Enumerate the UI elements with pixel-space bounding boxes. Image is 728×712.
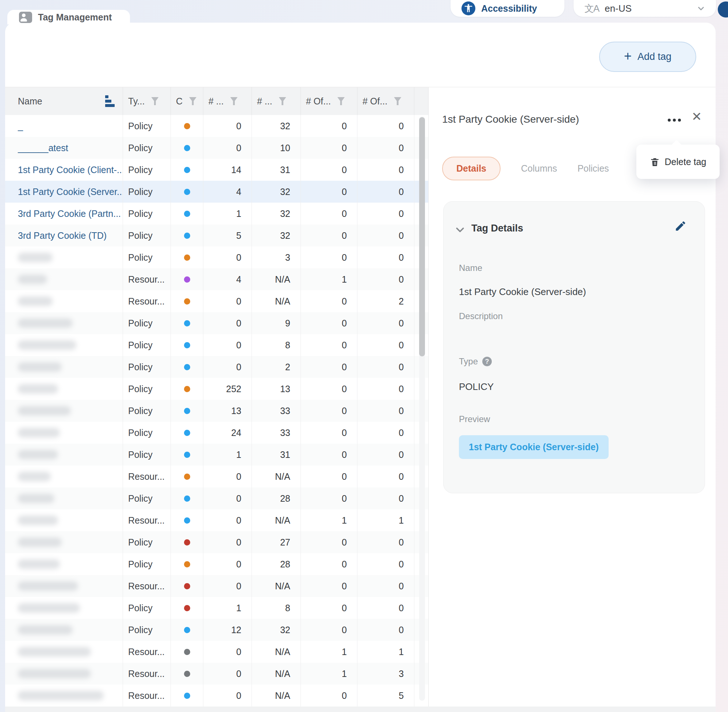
filter-icon[interactable] — [337, 97, 345, 105]
table-row[interactable]: Policy02800 — [5, 553, 428, 575]
table-row[interactable]: Policy0200 — [5, 356, 428, 378]
tag-name-link[interactable]: _ — [18, 121, 23, 132]
column-header-5[interactable]: # Of... — [301, 87, 357, 115]
panel-tab-policies[interactable]: Policies — [578, 163, 609, 174]
help-icon[interactable]: ? — [482, 357, 492, 366]
value-cell: 32 — [252, 224, 301, 246]
tag-name-link[interactable]: 1st Party Cookie (Client-... — [18, 165, 123, 175]
table-row[interactable]: Policy243300 — [5, 422, 428, 444]
table-row[interactable]: ______atestPolicy01000 — [5, 137, 428, 159]
value-cell: 0 — [357, 444, 414, 466]
value-cell: 0 — [357, 400, 414, 422]
type-cell: Policy — [123, 159, 171, 181]
table-row[interactable]: Resour...0N/A00 — [5, 466, 428, 488]
tag-name-link[interactable]: 3rd Party Cookie (Partn... — [18, 209, 121, 219]
table-row[interactable]: Resour...0N/A11 — [5, 509, 428, 531]
table-row[interactable]: Policy2521300 — [5, 378, 428, 400]
type-cell: Resour... — [123, 575, 171, 597]
color-cell — [171, 641, 203, 663]
panel-tab-columns[interactable]: Columns — [521, 163, 557, 174]
add-tag-button[interactable]: + Add tag — [599, 42, 696, 72]
filter-icon[interactable] — [394, 97, 401, 105]
edit-pencil-icon[interactable] — [674, 220, 687, 232]
type-cell: Policy — [123, 400, 171, 422]
table-row[interactable]: Policy0900 — [5, 312, 428, 334]
accessibility-button[interactable]: Accessibility — [451, 0, 565, 17]
column-header-0[interactable]: Name — [5, 87, 123, 115]
locale-value: en-US — [605, 3, 632, 14]
tag-name-link[interactable]: 1st Party Cookie (Server... — [18, 187, 123, 197]
color-dot-blue — [184, 364, 190, 370]
color-cell — [171, 356, 203, 378]
table-row[interactable]: Resour...0N/A05 — [5, 685, 428, 706]
collapse-chevron-icon[interactable] — [455, 224, 466, 235]
table-row[interactable]: 1st Party Cookie (Client-...Policy143100 — [5, 159, 428, 181]
type-cell: Policy — [123, 356, 171, 378]
type-value: POLICY — [459, 381, 494, 393]
locale-dropdown[interactable]: 文A en-US — [574, 0, 716, 17]
horizontal-scrollbar[interactable] — [5, 706, 716, 712]
table-row[interactable]: Resour...0N/A00 — [5, 575, 428, 597]
scrollbar-thumb[interactable] — [419, 117, 425, 356]
column-header-1[interactable]: Ty... — [123, 87, 171, 115]
table-row[interactable]: Policy02800 — [5, 488, 428, 509]
value-cell: 0 — [203, 575, 252, 597]
sort-icon[interactable] — [105, 95, 115, 107]
column-header-2[interactable]: C — [171, 87, 203, 115]
color-dot-blue — [184, 342, 190, 348]
color-cell — [171, 488, 203, 509]
close-icon[interactable]: ✕ — [691, 109, 702, 124]
accessibility-label: Accessibility — [481, 3, 537, 14]
value-cell: 31 — [252, 444, 301, 466]
tag-name-link[interactable]: 3rd Party Cookie (TD) — [18, 230, 107, 241]
value-cell: 0 — [357, 268, 414, 290]
table-row[interactable]: 1st Party Cookie (Server...Policy43200 — [5, 181, 428, 203]
table-row[interactable]: Policy13100 — [5, 444, 428, 466]
value-cell: 0 — [301, 137, 357, 159]
column-header-6[interactable]: # Of... — [357, 87, 414, 115]
table-row[interactable]: Policy133300 — [5, 400, 428, 422]
color-cell — [171, 663, 203, 685]
delete-tag-menu-item[interactable]: Delete tag — [636, 145, 720, 179]
filter-icon[interactable] — [230, 97, 238, 105]
color-cell — [171, 422, 203, 444]
table-row[interactable]: Resour...0N/A11 — [5, 641, 428, 663]
value-cell: 0 — [301, 334, 357, 356]
tag-management-tab[interactable]: Tag Management — [7, 10, 130, 24]
value-cell: 252 — [203, 378, 252, 400]
filter-icon[interactable] — [151, 97, 159, 105]
color-dot-red — [184, 583, 190, 589]
color-dot-blue — [184, 627, 190, 633]
table-row[interactable]: Policy0800 — [5, 334, 428, 356]
column-header-3[interactable]: # ... — [203, 87, 252, 115]
type-cell: Resour... — [123, 268, 171, 290]
more-menu-icon[interactable] — [668, 119, 681, 122]
panel-tab-details[interactable]: Details — [442, 157, 501, 180]
value-cell: 3 — [252, 246, 301, 268]
table-row[interactable]: Policy123200 — [5, 619, 428, 641]
vertical-scrollbar[interactable] — [419, 116, 425, 701]
corner-avatar[interactable] — [718, 1, 728, 18]
table-row[interactable]: Policy1800 — [5, 597, 428, 619]
table-row[interactable]: 3rd Party Cookie (TD)Policy53200 — [5, 224, 428, 246]
filter-icon[interactable] — [279, 97, 286, 105]
value-cell: 0 — [301, 531, 357, 553]
preview-tag-chip[interactable]: 1st Party Cookie (Server-side) — [459, 435, 609, 459]
color-dot-red — [184, 605, 190, 611]
redacted-name — [18, 340, 76, 350]
value-cell: 0 — [357, 334, 414, 356]
table-row[interactable]: Resour...0N/A02 — [5, 290, 428, 312]
table-row[interactable]: Policy0300 — [5, 246, 428, 268]
table-row[interactable]: _Policy03200 — [5, 115, 428, 137]
redacted-name — [18, 472, 51, 481]
table-row[interactable]: 3rd Party Cookie (Partn...Policy13200 — [5, 203, 428, 224]
value-cell: 13 — [252, 378, 301, 400]
table-row[interactable]: Policy02700 — [5, 531, 428, 553]
filter-icon[interactable] — [189, 97, 196, 105]
table-row[interactable]: Resour...0N/A13 — [5, 663, 428, 685]
name-label: Name — [459, 263, 482, 273]
column-header-4[interactable]: # ... — [252, 87, 301, 115]
redacted-name — [18, 516, 58, 525]
table-row[interactable]: Resour...4N/A10 — [5, 268, 428, 290]
tag-name-link[interactable]: ______atest — [18, 143, 68, 153]
